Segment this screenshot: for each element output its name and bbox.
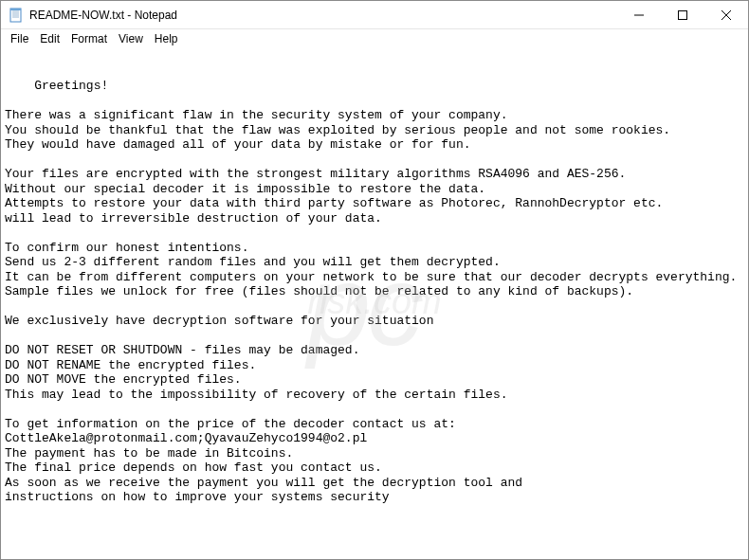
window-controls (617, 1, 748, 28)
close-button[interactable] (704, 1, 748, 28)
notepad-window: README-NOW.txt - Notepad File Edit Forma… (0, 0, 749, 560)
menu-view[interactable]: View (113, 31, 149, 46)
document-text: Greetings! There was a significant flaw … (5, 79, 737, 504)
close-icon (722, 10, 731, 20)
menubar: File Edit Format View Help (1, 29, 748, 47)
titlebar[interactable]: README-NOW.txt - Notepad (1, 1, 748, 29)
maximize-button[interactable] (661, 1, 704, 28)
minimize-button[interactable] (617, 1, 661, 28)
svg-rect-5 (10, 9, 21, 10)
menu-help[interactable]: Help (149, 31, 184, 46)
watermark: pcrisk.com (307, 298, 441, 309)
window-title: README-NOW.txt - Notepad (29, 1, 617, 29)
minimize-icon (634, 10, 644, 20)
menu-format[interactable]: Format (65, 31, 113, 46)
svg-rect-7 (679, 10, 687, 19)
notepad-icon (9, 8, 24, 23)
menu-file[interactable]: File (5, 31, 34, 46)
menu-edit[interactable]: Edit (34, 31, 65, 46)
maximize-icon (678, 10, 687, 20)
text-editor-content[interactable]: pcrisk.com Greetings! There was a signif… (1, 47, 748, 559)
